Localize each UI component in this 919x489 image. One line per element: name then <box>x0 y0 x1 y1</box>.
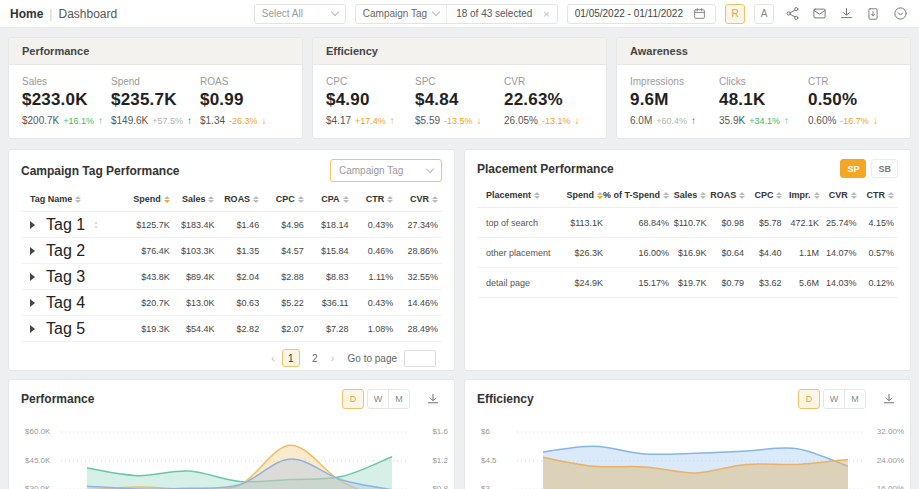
sort-icon[interactable] <box>208 196 214 203</box>
column-header-spend[interactable]: Spend <box>129 194 174 204</box>
column-header--of-t-spend[interactable]: % of T-Spend <box>607 190 673 200</box>
metric-change: -26.3% <box>229 116 258 126</box>
column-header-roas[interactable]: ROAS <box>710 190 749 200</box>
table-cell: $16.9K <box>673 248 711 258</box>
sort-icon[interactable] <box>75 196 81 203</box>
sort-icon[interactable] <box>776 192 782 199</box>
sort-icon[interactable] <box>851 192 857 199</box>
sort-icon[interactable] <box>343 196 349 203</box>
sort-icon[interactable] <box>663 192 669 199</box>
table-row[interactable]: Tag 5 $19.3K$54.4K$2.82$2.07$7.281.08%28… <box>21 316 442 342</box>
tag-edit-icon[interactable] <box>95 222 98 228</box>
sort-icon[interactable] <box>888 192 894 199</box>
table-row[interactable]: Tag 2 $76.4K$103.3K$1.35$4.57$15.840.46%… <box>21 238 442 264</box>
column-header-cpc[interactable]: CPC <box>263 194 308 204</box>
table-row[interactable]: top of search $113.1K68.84%$110.7K$0.98$… <box>477 208 898 238</box>
sort-icon[interactable] <box>432 196 438 203</box>
table-row[interactable]: detail page $24.9K15.17%$19.7K$0.79$3.62… <box>477 268 898 298</box>
range-toggle-w[interactable]: W <box>367 389 389 409</box>
column-header-ctr[interactable]: CTR <box>861 190 898 200</box>
column-header-sales[interactable]: Sales <box>673 190 710 200</box>
metric-label: Spend <box>111 76 200 87</box>
page-button-2[interactable]: 2 <box>306 349 324 367</box>
toggle-sp[interactable]: SP <box>840 159 866 178</box>
sort-icon[interactable] <box>739 192 745 199</box>
date-range-picker[interactable]: 01/05/2022 - 01/11/2022 <box>567 4 716 24</box>
table-cell: $5.78 <box>748 218 786 228</box>
row-expander-icon[interactable] <box>30 221 35 229</box>
column-header-sales[interactable]: Sales <box>174 194 219 204</box>
column-header-tag-name[interactable]: Tag Name <box>21 194 129 204</box>
range-toggle-d[interactable]: D <box>798 389 820 409</box>
clear-selection-icon[interactable]: × <box>541 8 556 20</box>
campaign-tag-dropdown-label: Campaign Tag <box>339 165 403 176</box>
placement-name: detail page <box>486 278 530 288</box>
table-cell: 28.86% <box>397 246 442 256</box>
mail-icon[interactable] <box>810 5 828 23</box>
kpi-metric: CTR 0.50% 0.60% -16.7% ↓ <box>808 76 897 126</box>
chart-download-icon[interactable] <box>880 390 898 408</box>
kpi-card-title: Efficiency <box>313 38 606 65</box>
range-toggle-m[interactable]: M <box>388 389 410 409</box>
column-header-cvr[interactable]: CVR <box>397 194 442 204</box>
goto-page-label: Go to page <box>348 353 397 364</box>
table-row[interactable]: Tag 1 $125.7K$183.4K$1.46$4.96$18.140.43… <box>21 212 442 238</box>
sort-icon[interactable] <box>253 196 259 203</box>
sort-icon[interactable] <box>387 196 393 203</box>
report-download-icon[interactable] <box>864 5 882 23</box>
column-header-cvr[interactable]: CVR <box>824 190 861 200</box>
column-header-placement[interactable]: Placement <box>477 190 557 200</box>
schedule-icon[interactable] <box>891 5 909 23</box>
campaign-tag-filter[interactable]: Campaign Tag 18 of 43 selected × <box>355 4 558 24</box>
kpi-metric: ROAS $0.99 $1.34 -26.3% ↓ <box>200 76 289 126</box>
range-toggle-m[interactable]: M <box>844 389 866 409</box>
prev-page-icon[interactable]: ‹ <box>271 352 275 364</box>
range-toggle-w[interactable]: W <box>823 389 845 409</box>
campaign-tag-dropdown[interactable]: Campaign Tag <box>330 159 442 182</box>
mode-toggle-r[interactable]: R <box>725 4 745 24</box>
select-all-dropdown[interactable]: Select All <box>254 4 346 24</box>
toggle-sb[interactable]: SB <box>871 159 898 178</box>
kpi-metric: Sales $233.0K $200.7K +16.1% ↑ <box>22 76 111 126</box>
table-cell: 28.49% <box>397 324 442 334</box>
metric-label: SPC <box>415 76 504 87</box>
table-row[interactable]: Tag 3 $43.8K$89.4K$2.04$2.88$8.831.11%32… <box>21 264 442 290</box>
page-button-1[interactable]: 1 <box>282 349 300 367</box>
column-header-impr-[interactable]: Impr. <box>786 190 823 200</box>
goto-page-input[interactable] <box>404 350 436 367</box>
sort-icon[interactable] <box>814 192 820 199</box>
column-header-cpc[interactable]: CPC <box>749 190 786 200</box>
next-page-icon[interactable]: › <box>331 352 335 364</box>
metric-change: -13.5% <box>444 116 473 126</box>
row-expander-icon[interactable] <box>30 273 35 281</box>
table-row[interactable]: Tag 4 $20.7K$13.0K$0.63$5.22$36.110.43%1… <box>21 290 442 316</box>
table-cell: 14.03% <box>823 278 861 288</box>
row-expander-icon[interactable] <box>30 247 35 255</box>
column-header-spend[interactable]: Spend <box>557 190 607 200</box>
chevron-down-icon <box>426 165 434 173</box>
mode-toggle-a[interactable]: A <box>754 4 774 24</box>
chart-download-icon[interactable] <box>424 390 442 408</box>
table-row[interactable]: other placement $26.3K16.00%$16.9K$0.64$… <box>477 238 898 268</box>
sort-icon[interactable] <box>700 192 706 199</box>
table-cell: $8.83 <box>308 272 353 282</box>
column-header-ctr[interactable]: CTR <box>353 194 398 204</box>
share-icon[interactable] <box>783 5 801 23</box>
pagination: ‹ 1 2 › Go to page <box>21 349 442 367</box>
download-icon[interactable] <box>837 5 855 23</box>
breadcrumb-current: Dashboard <box>58 7 117 21</box>
calendar-icon <box>690 5 708 23</box>
table-cell: $0.63 <box>218 298 263 308</box>
row-expander-icon[interactable] <box>30 325 35 333</box>
sort-icon[interactable] <box>298 196 304 203</box>
sort-icon[interactable] <box>164 196 170 203</box>
column-header-cpa[interactable]: CPA <box>308 194 353 204</box>
breadcrumb-home[interactable]: Home <box>10 7 43 21</box>
trend-up-arrow-icon: ↑ <box>187 115 192 126</box>
column-header-roas[interactable]: ROAS <box>218 194 263 204</box>
sort-icon[interactable] <box>534 192 540 199</box>
table-cell: $19.3K <box>129 324 174 334</box>
row-expander-icon[interactable] <box>30 299 35 307</box>
metric-label: CPC <box>326 76 415 87</box>
range-toggle-d[interactable]: D <box>342 389 364 409</box>
